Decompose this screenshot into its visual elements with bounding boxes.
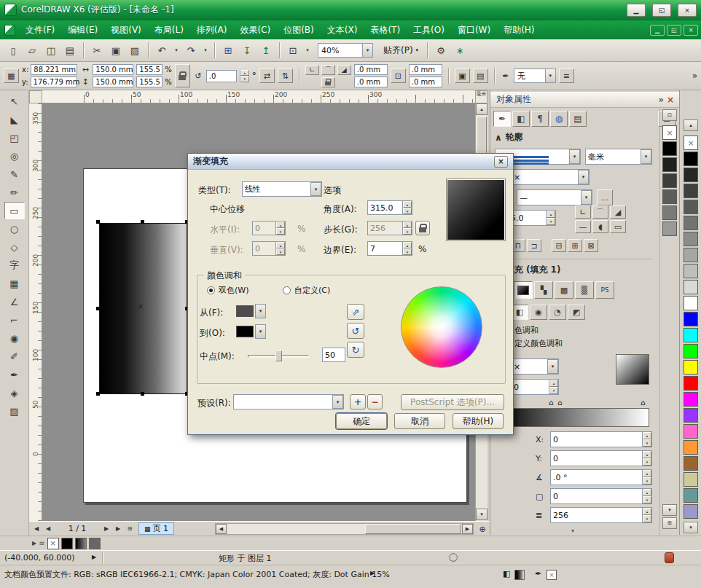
crop-tool[interactable]: ◰ (4, 129, 25, 146)
palette-swatch[interactable] (684, 408, 698, 423)
palette-swatch[interactable] (684, 312, 698, 326)
gradient-y-field[interactable]: 0 ▴▾ (550, 450, 652, 466)
node-color-combo[interactable]: × ▾ (511, 358, 559, 375)
outline-behind-fill-button[interactable]: ⊟ (552, 239, 566, 252)
zoom-level-combo[interactable]: 40% ▾ (318, 43, 373, 58)
no-color-swatch[interactable]: × (684, 136, 698, 150)
spinner[interactable]: ▴▾ (642, 508, 651, 522)
preview-dropdown-button[interactable]: ▾ (303, 42, 312, 59)
palette-swatch[interactable] (662, 189, 677, 204)
line-cap-round-button[interactable]: ◖ (592, 220, 608, 233)
previous-page-button[interactable]: ◀ (42, 523, 54, 535)
status-flyout-button[interactable]: ▶ (92, 554, 96, 560)
first-page-button[interactable]: ◀ (31, 523, 42, 535)
palette-scroll-down-button[interactable]: ▾ (684, 522, 698, 533)
midpoint-slider-thumb[interactable] (275, 350, 282, 361)
fill-tool[interactable]: ◈ (4, 384, 25, 401)
save-button[interactable]: ◫ (42, 42, 60, 59)
shape-tool[interactable]: ◣ (4, 111, 25, 128)
arrowhead-options-button[interactable]: … (597, 189, 613, 205)
copy-button[interactable]: ▣ (107, 42, 125, 59)
object-properties-toggle-button[interactable]: ≡ (559, 68, 574, 83)
outline-width-dropdown-button[interactable]: ▾ (545, 68, 556, 83)
docker-tab-paragraph[interactable]: ¶ (531, 111, 549, 127)
outline-overprint-button[interactable]: ⊠ (584, 239, 598, 252)
gradient-marker[interactable]: ⌂ (641, 399, 645, 407)
blend-tool[interactable]: ◉ (4, 329, 25, 347)
palette-drag-handle[interactable]: ≡ (39, 539, 44, 547)
last-page-button[interactable]: ▶ (112, 523, 124, 535)
application-launcher-button[interactable]: ⊞ (219, 42, 237, 59)
x-position-field[interactable]: 88.221 mm (31, 64, 77, 75)
rotation-spinner[interactable]: ▴▾ (240, 70, 249, 82)
palette-options-button[interactable]: ⊡ (662, 109, 677, 121)
corner-round-button[interactable]: ⌒ (321, 65, 335, 75)
proof-status-icon[interactable] (665, 552, 674, 563)
docker-tab-summary[interactable]: ▤ (569, 111, 587, 127)
gradient-preview-bar[interactable] (495, 408, 649, 427)
object-center-mark[interactable]: × (138, 302, 144, 310)
spinner[interactable]: ▴▾ (402, 201, 412, 214)
selection-handle[interactable] (96, 392, 100, 396)
palette-swatch[interactable] (684, 280, 698, 294)
object-height-field[interactable]: 150.0 mm (93, 77, 133, 87)
scroll-right-button[interactable]: ▶ (462, 524, 473, 534)
palette-swatch[interactable] (684, 152, 698, 166)
gradient-angle-field[interactable]: .0 ° ▴▾ (550, 469, 652, 485)
no-color-swatch[interactable]: × (662, 125, 677, 140)
selection-handle[interactable] (96, 307, 100, 310)
delete-preset-button[interactable]: − (367, 394, 383, 409)
from-color-combo[interactable]: ▾ (235, 304, 266, 318)
gradient-steps-field[interactable]: 256 ▴▾ (550, 507, 652, 523)
menu-bitmaps[interactable]: 位图(B) (277, 20, 321, 39)
steps-lock-button[interactable] (415, 221, 430, 235)
color-eyedropper-tool[interactable]: ✐ (4, 348, 25, 365)
horizontal-scroll-thumb[interactable] (365, 524, 461, 534)
docker-close-button[interactable]: × (667, 95, 674, 105)
palette-swatch[interactable] (662, 157, 677, 172)
docker-expand-button[interactable]: ▾ (493, 528, 652, 534)
dialog-close-button[interactable]: × (494, 156, 508, 168)
spinner[interactable]: ▴▾ (549, 380, 558, 394)
outline-position-c-button[interactable]: ⊐ (527, 239, 541, 252)
palette-flyout-button[interactable]: ⊞ (662, 517, 677, 529)
fountain-fill-button[interactable] (514, 281, 533, 299)
corner-style-chamfer-button[interactable]: ◢ (610, 205, 626, 219)
palette-swatch[interactable] (684, 392, 698, 407)
ok-button[interactable]: 确定 (336, 413, 387, 429)
ellipse-tool[interactable]: ○ (4, 220, 25, 238)
gradient-type-combo[interactable]: 线性 ▾ (242, 181, 322, 197)
docker-tab-outline[interactable]: ✒ (493, 111, 511, 127)
menu-text[interactable]: 文本(X) (321, 20, 364, 39)
document-color-swatch[interactable] (89, 538, 101, 549)
menu-help[interactable]: 帮助(H) (497, 20, 541, 39)
palette-swatch[interactable] (684, 184, 698, 198)
doc-close-button[interactable]: × (684, 25, 698, 36)
dropdown-button[interactable]: ▾ (255, 304, 266, 318)
palette-swatch[interactable] (684, 328, 698, 342)
palette-swatch[interactable] (684, 488, 698, 503)
corner-style-round-button[interactable]: ⌒ (592, 205, 608, 219)
paste-button[interactable]: ▨ (126, 42, 144, 59)
selection-handle[interactable] (141, 392, 144, 396)
vertical-ruler[interactable]: 350 300 250 200 150 100 50 0 (29, 103, 42, 521)
print-button[interactable]: ▤ (61, 42, 79, 59)
bitmap-pattern-fill-button[interactable]: ▩ (555, 281, 573, 299)
miter-limit-field[interactable]: 5.0 ▴▾ (508, 210, 556, 226)
outline-section-header[interactable]: ∧ 轮廓 (495, 131, 523, 144)
dropdown-button[interactable]: ▾ (641, 149, 651, 164)
add-page-button[interactable]: ⊞ (124, 523, 136, 535)
document-color-swatch[interactable] (61, 538, 73, 549)
palette-swatch[interactable] (684, 376, 698, 391)
scale-v-field[interactable]: 155.5 (136, 77, 162, 87)
dropdown-button[interactable]: ▾ (547, 359, 558, 374)
custom-radio[interactable]: 自定义(C) (283, 285, 330, 296)
profile-flyout-button[interactable]: ▶ (370, 570, 375, 576)
table-tool[interactable]: ▦ (4, 275, 25, 292)
gradient-square-button[interactable]: ◩ (568, 305, 585, 320)
open-button[interactable]: ▱ (23, 42, 41, 59)
palette-swatch[interactable] (662, 222, 677, 236)
zoom-dropdown-button[interactable]: ▾ (362, 43, 373, 58)
restore-button[interactable]: ◱ (652, 4, 671, 17)
corner-radius-bl-field[interactable]: .0 mm (354, 77, 388, 87)
